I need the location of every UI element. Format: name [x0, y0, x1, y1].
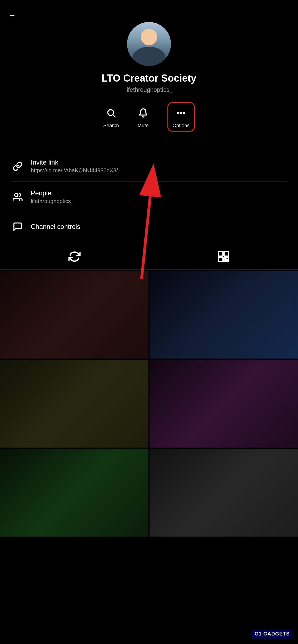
media-tab-icon[interactable]: [215, 248, 232, 265]
grid-cell-6: [150, 449, 298, 537]
mute-button[interactable]: Mute: [136, 105, 151, 129]
back-button[interactable]: ←: [8, 11, 16, 20]
svg-point-3: [180, 112, 182, 114]
grid-cell-1: [0, 271, 148, 359]
search-button[interactable]: Search: [103, 105, 119, 129]
channel-name: LTO Creator Society: [102, 73, 197, 84]
people-icon: [11, 190, 24, 204]
channel-handle: lifethroughoptics_: [125, 86, 173, 93]
image-grid: [0, 271, 298, 537]
more-options-icon: [173, 105, 189, 121]
grid-cell-2: [150, 271, 298, 359]
people-item[interactable]: People lifethroughoptics_: [11, 182, 287, 212]
grid-cell-3: [0, 360, 148, 448]
link-icon: [11, 160, 24, 173]
svg-rect-8: [219, 257, 223, 262]
grid-cell-4: [150, 360, 298, 448]
avatar: [127, 22, 171, 66]
info-list: Invite link https://ig.me/j/AbaKQbNI4493…: [0, 151, 298, 241]
svg-point-4: [183, 112, 185, 114]
svg-point-5: [15, 193, 18, 196]
action-buttons-row: Search Mute Options: [103, 102, 195, 132]
channel-controls-item[interactable]: Channel controls: [11, 212, 287, 241]
refresh-tab-icon[interactable]: [66, 248, 83, 265]
svg-rect-7: [224, 252, 229, 256]
channel-controls-text: Channel controls: [31, 223, 80, 231]
svg-line-1: [113, 115, 115, 117]
people-text: People lifethroughoptics_: [31, 189, 74, 204]
grid-cell-5: [0, 449, 148, 537]
tab-bar: [0, 244, 298, 270]
search-icon: [103, 105, 119, 121]
svg-rect-6: [219, 252, 223, 256]
profile-section: LTO Creator Society lifethroughoptics_ S…: [0, 0, 298, 151]
watermark: G1 GADGETS: [252, 629, 293, 639]
options-button[interactable]: Options: [167, 102, 195, 132]
invite-link-text: Invite link https://ig.me/j/AbaKQbNI4493…: [31, 159, 118, 174]
invite-link-item[interactable]: Invite link https://ig.me/j/AbaKQbNI4493…: [11, 151, 287, 182]
svg-point-2: [178, 112, 179, 114]
chat-icon: [11, 220, 24, 233]
bell-icon: [136, 105, 151, 121]
